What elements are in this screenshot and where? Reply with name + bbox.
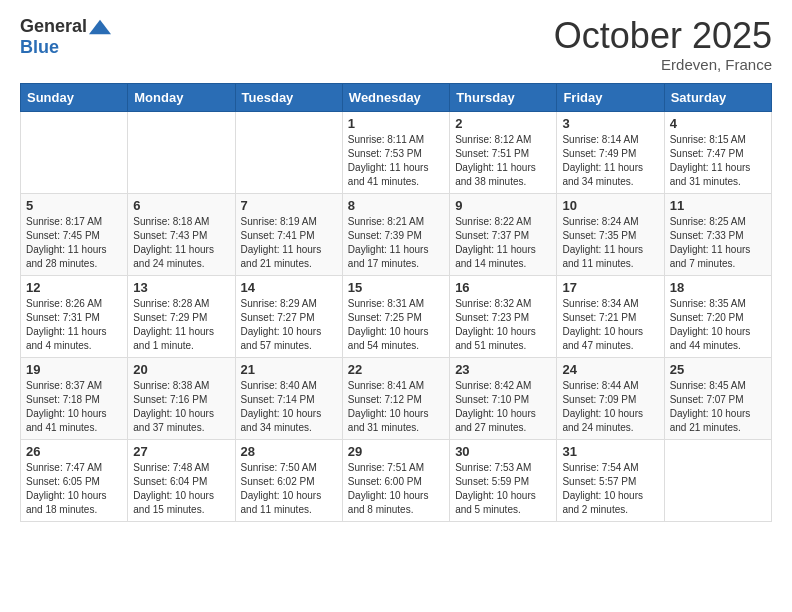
calendar-cell: 14Sunrise: 8:29 AMSunset: 7:27 PMDayligh…	[235, 275, 342, 357]
day-info: Sunrise: 8:25 AMSunset: 7:33 PMDaylight:…	[670, 215, 766, 271]
day-number: 3	[562, 116, 658, 131]
day-info: Sunrise: 8:22 AMSunset: 7:37 PMDaylight:…	[455, 215, 551, 271]
calendar-week-row: 5Sunrise: 8:17 AMSunset: 7:45 PMDaylight…	[21, 193, 772, 275]
weekday-header-wednesday: Wednesday	[342, 83, 449, 111]
day-number: 21	[241, 362, 337, 377]
logo-icon	[89, 16, 111, 38]
day-info: Sunrise: 7:51 AMSunset: 6:00 PMDaylight:…	[348, 461, 444, 517]
weekday-header-sunday: Sunday	[21, 83, 128, 111]
day-info: Sunrise: 8:29 AMSunset: 7:27 PMDaylight:…	[241, 297, 337, 353]
day-info: Sunrise: 7:53 AMSunset: 5:59 PMDaylight:…	[455, 461, 551, 517]
title-block: October 2025 Erdeven, France	[554, 16, 772, 73]
day-info: Sunrise: 7:47 AMSunset: 6:05 PMDaylight:…	[26, 461, 122, 517]
svg-marker-0	[89, 20, 111, 35]
calendar-cell: 12Sunrise: 8:26 AMSunset: 7:31 PMDayligh…	[21, 275, 128, 357]
day-number: 28	[241, 444, 337, 459]
calendar-cell: 15Sunrise: 8:31 AMSunset: 7:25 PMDayligh…	[342, 275, 449, 357]
day-number: 24	[562, 362, 658, 377]
day-number: 27	[133, 444, 229, 459]
day-info: Sunrise: 8:41 AMSunset: 7:12 PMDaylight:…	[348, 379, 444, 435]
day-number: 11	[670, 198, 766, 213]
weekday-header-monday: Monday	[128, 83, 235, 111]
month-title: October 2025	[554, 16, 772, 56]
day-number: 4	[670, 116, 766, 131]
weekday-header-thursday: Thursday	[450, 83, 557, 111]
calendar-cell: 26Sunrise: 7:47 AMSunset: 6:05 PMDayligh…	[21, 439, 128, 521]
day-info: Sunrise: 7:54 AMSunset: 5:57 PMDaylight:…	[562, 461, 658, 517]
calendar-cell: 8Sunrise: 8:21 AMSunset: 7:39 PMDaylight…	[342, 193, 449, 275]
calendar-cell: 2Sunrise: 8:12 AMSunset: 7:51 PMDaylight…	[450, 111, 557, 193]
day-number: 19	[26, 362, 122, 377]
day-info: Sunrise: 8:17 AMSunset: 7:45 PMDaylight:…	[26, 215, 122, 271]
calendar-cell: 21Sunrise: 8:40 AMSunset: 7:14 PMDayligh…	[235, 357, 342, 439]
day-number: 29	[348, 444, 444, 459]
day-info: Sunrise: 8:44 AMSunset: 7:09 PMDaylight:…	[562, 379, 658, 435]
day-number: 30	[455, 444, 551, 459]
day-info: Sunrise: 8:31 AMSunset: 7:25 PMDaylight:…	[348, 297, 444, 353]
calendar-cell	[235, 111, 342, 193]
calendar-cell: 24Sunrise: 8:44 AMSunset: 7:09 PMDayligh…	[557, 357, 664, 439]
day-info: Sunrise: 8:18 AMSunset: 7:43 PMDaylight:…	[133, 215, 229, 271]
logo-general-text: General	[20, 17, 87, 37]
calendar-week-row: 1Sunrise: 8:11 AMSunset: 7:53 PMDaylight…	[21, 111, 772, 193]
calendar-cell: 23Sunrise: 8:42 AMSunset: 7:10 PMDayligh…	[450, 357, 557, 439]
day-number: 2	[455, 116, 551, 131]
calendar-cell: 31Sunrise: 7:54 AMSunset: 5:57 PMDayligh…	[557, 439, 664, 521]
day-number: 20	[133, 362, 229, 377]
day-number: 10	[562, 198, 658, 213]
day-number: 22	[348, 362, 444, 377]
calendar-cell: 3Sunrise: 8:14 AMSunset: 7:49 PMDaylight…	[557, 111, 664, 193]
header: General Blue October 2025 Erdeven, Franc…	[20, 16, 772, 73]
page: General Blue October 2025 Erdeven, Franc…	[0, 0, 792, 612]
calendar-cell: 4Sunrise: 8:15 AMSunset: 7:47 PMDaylight…	[664, 111, 771, 193]
weekday-header-row: SundayMondayTuesdayWednesdayThursdayFrid…	[21, 83, 772, 111]
day-number: 9	[455, 198, 551, 213]
day-info: Sunrise: 8:11 AMSunset: 7:53 PMDaylight:…	[348, 133, 444, 189]
day-number: 5	[26, 198, 122, 213]
calendar-week-row: 12Sunrise: 8:26 AMSunset: 7:31 PMDayligh…	[21, 275, 772, 357]
day-number: 12	[26, 280, 122, 295]
calendar-cell: 29Sunrise: 7:51 AMSunset: 6:00 PMDayligh…	[342, 439, 449, 521]
calendar-cell: 7Sunrise: 8:19 AMSunset: 7:41 PMDaylight…	[235, 193, 342, 275]
day-info: Sunrise: 8:32 AMSunset: 7:23 PMDaylight:…	[455, 297, 551, 353]
calendar-cell: 18Sunrise: 8:35 AMSunset: 7:20 PMDayligh…	[664, 275, 771, 357]
calendar-cell: 10Sunrise: 8:24 AMSunset: 7:35 PMDayligh…	[557, 193, 664, 275]
day-info: Sunrise: 8:40 AMSunset: 7:14 PMDaylight:…	[241, 379, 337, 435]
day-number: 16	[455, 280, 551, 295]
day-info: Sunrise: 8:34 AMSunset: 7:21 PMDaylight:…	[562, 297, 658, 353]
day-info: Sunrise: 8:37 AMSunset: 7:18 PMDaylight:…	[26, 379, 122, 435]
day-info: Sunrise: 8:35 AMSunset: 7:20 PMDaylight:…	[670, 297, 766, 353]
day-number: 26	[26, 444, 122, 459]
day-number: 25	[670, 362, 766, 377]
day-info: Sunrise: 8:19 AMSunset: 7:41 PMDaylight:…	[241, 215, 337, 271]
calendar-cell: 6Sunrise: 8:18 AMSunset: 7:43 PMDaylight…	[128, 193, 235, 275]
day-number: 15	[348, 280, 444, 295]
calendar-cell: 17Sunrise: 8:34 AMSunset: 7:21 PMDayligh…	[557, 275, 664, 357]
location: Erdeven, France	[554, 56, 772, 73]
day-number: 13	[133, 280, 229, 295]
calendar-cell	[21, 111, 128, 193]
calendar-cell: 13Sunrise: 8:28 AMSunset: 7:29 PMDayligh…	[128, 275, 235, 357]
calendar-cell: 22Sunrise: 8:41 AMSunset: 7:12 PMDayligh…	[342, 357, 449, 439]
calendar-cell: 9Sunrise: 8:22 AMSunset: 7:37 PMDaylight…	[450, 193, 557, 275]
weekday-header-saturday: Saturday	[664, 83, 771, 111]
logo: General Blue	[20, 16, 111, 58]
day-info: Sunrise: 8:24 AMSunset: 7:35 PMDaylight:…	[562, 215, 658, 271]
calendar-cell: 20Sunrise: 8:38 AMSunset: 7:16 PMDayligh…	[128, 357, 235, 439]
weekday-header-friday: Friday	[557, 83, 664, 111]
day-info: Sunrise: 8:21 AMSunset: 7:39 PMDaylight:…	[348, 215, 444, 271]
day-info: Sunrise: 8:12 AMSunset: 7:51 PMDaylight:…	[455, 133, 551, 189]
calendar-cell: 5Sunrise: 8:17 AMSunset: 7:45 PMDaylight…	[21, 193, 128, 275]
calendar-cell: 25Sunrise: 8:45 AMSunset: 7:07 PMDayligh…	[664, 357, 771, 439]
calendar-table: SundayMondayTuesdayWednesdayThursdayFrid…	[20, 83, 772, 522]
calendar-cell	[128, 111, 235, 193]
day-number: 1	[348, 116, 444, 131]
day-number: 7	[241, 198, 337, 213]
calendar-cell: 11Sunrise: 8:25 AMSunset: 7:33 PMDayligh…	[664, 193, 771, 275]
day-info: Sunrise: 8:14 AMSunset: 7:49 PMDaylight:…	[562, 133, 658, 189]
calendar-cell: 16Sunrise: 8:32 AMSunset: 7:23 PMDayligh…	[450, 275, 557, 357]
day-info: Sunrise: 8:15 AMSunset: 7:47 PMDaylight:…	[670, 133, 766, 189]
calendar-cell: 19Sunrise: 8:37 AMSunset: 7:18 PMDayligh…	[21, 357, 128, 439]
calendar-cell	[664, 439, 771, 521]
calendar-week-row: 19Sunrise: 8:37 AMSunset: 7:18 PMDayligh…	[21, 357, 772, 439]
